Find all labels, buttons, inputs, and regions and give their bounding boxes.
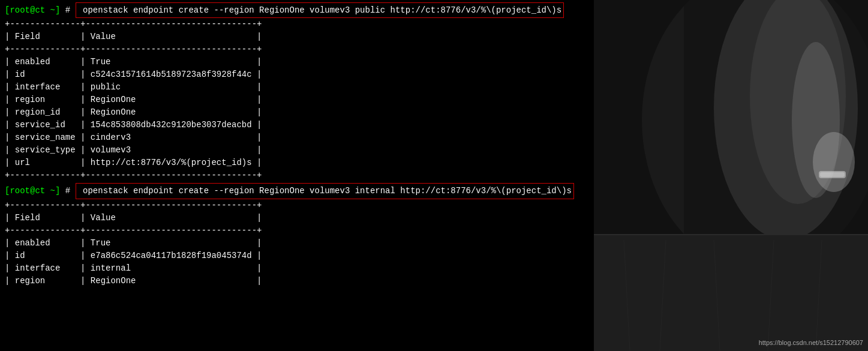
table-row: | interface | public |: [5, 81, 589, 94]
table2-rows: | enabled | True || id | e7a86c524ca0411…: [5, 237, 589, 287]
svg-rect-9: [594, 234, 868, 351]
command-2: openstack endpoint create --region Regio…: [76, 183, 574, 199]
table-row: | region | RegionOne |: [5, 94, 589, 106]
table-row: | service_type | volumev3 |: [5, 144, 589, 157]
prompt-hash-2: #: [60, 184, 75, 197]
svg-rect-4: [684, 0, 868, 240]
prompt-user-1: [root@ct ~]: [5, 4, 60, 17]
table-1: +--------------+------------------------…: [5, 18, 589, 182]
table1-header: | Field | Value |: [5, 31, 589, 43]
watermark: https://blog.csdn.net/s15212790607: [759, 339, 863, 346]
prompt-line-2: [root@ct ~] # openstack endpoint create …: [5, 183, 589, 199]
table-2: +--------------+------------------------…: [5, 199, 589, 287]
image-background: https://blog.csdn.net/s15212790607: [594, 0, 868, 351]
decorative-svg: [594, 0, 868, 351]
table2-sep-mid: +--------------+------------------------…: [5, 224, 589, 237]
table-row: | service_name | cinderv3 |: [5, 131, 589, 144]
table2-header: | Field | Value |: [5, 212, 589, 224]
svg-rect-8: [820, 172, 845, 177]
table-row: | enabled | True |: [5, 56, 589, 68]
table1-rows: | enabled | True || id | c524c31571614b5…: [5, 56, 589, 169]
table1-sep-top: +--------------+------------------------…: [5, 18, 589, 31]
sidebar-image: https://blog.csdn.net/s15212790607: [594, 0, 868, 351]
table2-sep-top: +--------------+------------------------…: [5, 199, 589, 212]
svg-rect-10: [594, 234, 868, 235]
table-row: | service_id | 154c853808db432c9120be303…: [5, 119, 589, 131]
prompt-user-2: [root@ct ~]: [5, 184, 60, 197]
table-row: | id | c524c31571614b5189723a8f3928f44c …: [5, 68, 589, 81]
table1-sep-mid: +--------------+------------------------…: [5, 43, 589, 56]
table-row: | interface | internal |: [5, 262, 589, 275]
terminal-panel: [root@ct ~] # openstack endpoint create …: [0, 0, 594, 351]
table1-sep-bot: +--------------+------------------------…: [5, 169, 589, 182]
table-row: | url | http://ct:8776/v3/%(project_id)s…: [5, 157, 589, 169]
command-1: openstack endpoint create --region Regio…: [76, 2, 564, 18]
prompt-hash-1: #: [60, 4, 75, 17]
table-row: | id | e7a86c524ca04117b1828f19a045374d …: [5, 250, 589, 262]
svg-point-6: [813, 132, 855, 192]
prompt-line-1: [root@ct ~] # openstack endpoint create …: [5, 2, 589, 18]
table-row: | region | RegionOne |: [5, 275, 589, 287]
table-row: | region_id | RegionOne |: [5, 106, 589, 119]
table-row: | enabled | True |: [5, 237, 589, 250]
